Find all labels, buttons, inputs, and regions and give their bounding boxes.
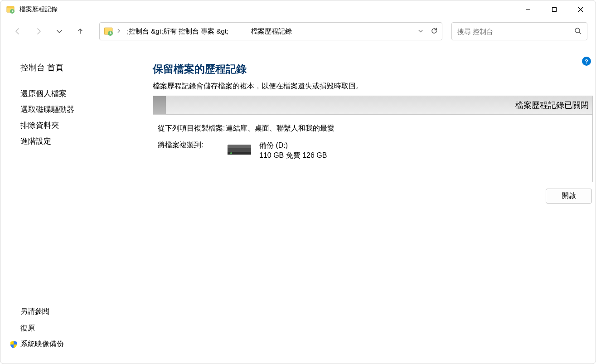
address-icon	[103, 26, 113, 36]
page-title: 保留檔案的歷程記錄	[153, 62, 593, 76]
sidebar-recovery[interactable]: 復原	[20, 324, 136, 333]
window-title: 檔案歷程記錄	[19, 5, 58, 14]
drive-info: 備份 (D:) 110 GB 免費 126 GB	[259, 141, 327, 161]
help-icon[interactable]: ?	[582, 57, 591, 66]
status-indicator	[153, 96, 166, 114]
copy-to-label: 將檔案複製到:	[158, 141, 226, 161]
sidebar-system-image-backup[interactable]: 系統映像備份	[20, 340, 136, 349]
titlebar: 檔案歷程記錄	[0, 0, 596, 19]
main-panel: 保留檔案的歷程記錄 檔案歷程記錄會儲存檔案的複本，以便在檔案遺失或損毀時取回。 …	[136, 44, 596, 364]
drive-icon	[226, 142, 253, 160]
up-button[interactable]	[71, 22, 89, 40]
sidebar-select-drive[interactable]: 選取磁碟驅動器	[20, 104, 136, 115]
copy-from-label: 從下列項目複製檔案:	[158, 124, 226, 133]
drive-space: 110 GB 免費 126 GB	[259, 150, 327, 160]
forward-button[interactable]	[29, 22, 48, 40]
svg-rect-1	[7, 6, 14, 8]
app-icon	[6, 5, 15, 14]
toolbar: ;控制台 &gt;所有 控制台 專案 &gt; 檔案歷程記錄	[0, 19, 596, 44]
drive-row: 備份 (D:) 110 GB 免費 126 GB	[226, 141, 327, 161]
svg-line-10	[579, 32, 581, 34]
svg-rect-12	[228, 145, 251, 148]
detail-box: 從下列項目複製檔案: 連結庫、桌面、聯繫人和我的最愛 將檔案複製到:	[153, 115, 593, 182]
search-bar[interactable]	[451, 22, 587, 40]
breadcrumb[interactable]: ;控制台 &gt;所有 控制台 專案 &gt;	[124, 27, 231, 36]
page-description: 檔案歷程記錄會儲存檔案的複本，以便在檔案遺失或損毀時取回。	[153, 82, 593, 91]
address-bar[interactable]: ;控制台 &gt;所有 控制台 專案 &gt; 檔案歷程記錄	[99, 22, 442, 40]
status-bar: 檔案歷程記錄已關閉	[153, 96, 593, 115]
svg-rect-4	[552, 8, 557, 12]
address-dropdown-icon[interactable]	[417, 28, 424, 35]
breadcrumb-current[interactable]: 檔案歷程記錄	[248, 27, 295, 36]
chevron-right-icon	[117, 28, 121, 34]
svg-point-9	[575, 28, 580, 33]
sidebar: 控制台 首頁 還原個人檔案 選取磁碟驅動器 排除資料夾 進階設定 另請參閱 復原…	[0, 44, 136, 364]
search-icon[interactable]	[574, 27, 581, 36]
sidebar-advanced-settings[interactable]: 進階設定	[20, 136, 136, 146]
search-input[interactable]	[457, 28, 574, 35]
back-button[interactable]	[9, 22, 27, 40]
close-button[interactable]	[567, 1, 594, 18]
recent-dropdown[interactable]	[50, 22, 68, 40]
minimize-button[interactable]	[515, 1, 541, 18]
drive-name: 備份 (D:)	[259, 141, 327, 150]
status-text: 檔案歷程記錄已關閉	[515, 100, 589, 111]
turn-on-button[interactable]: 開啟	[546, 189, 592, 204]
svg-point-14	[230, 152, 232, 154]
see-also-heading: 另請參閱	[20, 307, 136, 316]
window-controls	[515, 1, 594, 18]
copy-to-row: 將檔案複製到: 備份 (D:) 110 GB 免費 126 GB	[158, 141, 588, 161]
sidebar-exclude-folders[interactable]: 排除資料夾	[20, 120, 136, 131]
copy-from-value: 連結庫、桌面、聯繫人和我的最愛	[226, 124, 334, 133]
refresh-button[interactable]	[430, 27, 438, 36]
sidebar-restore-files[interactable]: 還原個人檔案	[20, 88, 136, 99]
action-row: 開啟	[153, 189, 593, 204]
control-panel-home-link[interactable]: 控制台 首頁	[20, 62, 136, 73]
content-area: ? 控制台 首頁 還原個人檔案 選取磁碟驅動器 排除資料夾 進階設定 另請參閱 …	[0, 44, 596, 364]
copy-from-row: 從下列項目複製檔案: 連結庫、桌面、聯繫人和我的最愛	[158, 124, 588, 133]
maximize-button[interactable]	[541, 1, 567, 18]
shield-icon	[10, 340, 18, 349]
